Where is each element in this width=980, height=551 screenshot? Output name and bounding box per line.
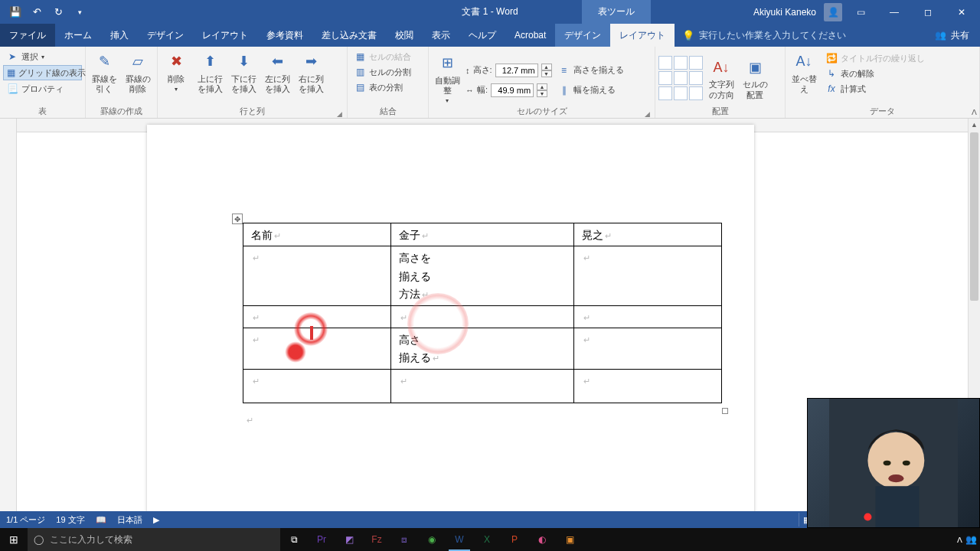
close-button[interactable]: ✕ [946, 0, 977, 24]
start-button[interactable]: ⊞ [0, 528, 28, 551]
text-direction-button[interactable]: A↓文字列の方向 [706, 55, 737, 99]
distribute-cols-button[interactable]: ∥幅を揃える [555, 83, 627, 97]
tab-review[interactable]: 校閲 [386, 24, 423, 47]
maximize-button[interactable]: ◻ [913, 0, 943, 24]
taskbar-app[interactable]: Fz [363, 528, 390, 551]
dialog-launcher-icon[interactable]: ◢ [645, 110, 650, 118]
alignment-grid[interactable] [658, 56, 703, 100]
insert-above-button[interactable]: ⬆上に行を挿入 [194, 50, 225, 94]
svg-point-3 [884, 461, 891, 466]
formula-button[interactable]: fx計算式 [822, 82, 928, 96]
width-input[interactable] [491, 83, 534, 97]
tab-table-layout[interactable]: レイアウト [610, 24, 675, 47]
sort-button[interactable]: A↓並べ替え [789, 50, 819, 94]
tab-help[interactable]: ヘルプ [459, 24, 505, 47]
table-cell[interactable]: ↵ [391, 369, 573, 403]
group-label-data: データ [789, 106, 976, 118]
table-resize-handle[interactable] [722, 408, 728, 414]
share-button[interactable]: 👥 共有 [924, 24, 980, 47]
taskbar-search[interactable]: ◯ ここに入力して検索 [28, 528, 280, 551]
page-indicator[interactable]: 1/1 ページ [6, 514, 45, 526]
table-cell[interactable]: ↵ [573, 369, 721, 403]
table-row: ↵ 高さを 揃える 方法↵ ↵ [243, 246, 722, 305]
scroll-thumb[interactable] [970, 132, 978, 301]
ribbon-options-button[interactable]: ▭ [845, 0, 876, 24]
dialog-launcher-icon[interactable]: ◢ [337, 110, 342, 118]
doc-title: 文書 1 - Word [462, 5, 518, 18]
window-title: 文書 1 - Word [462, 5, 518, 18]
table-cell[interactable]: 高さを 揃える 方法↵ [391, 246, 573, 305]
tab-insert[interactable]: 挿入 [101, 24, 138, 47]
taskbar-word[interactable]: W [446, 528, 473, 551]
select-button[interactable]: ➤選択 ▾ [3, 50, 82, 64]
view-gridlines-button[interactable]: ▦グリッド線の表示 [3, 65, 82, 80]
height-spinner[interactable]: ▲▼ [541, 64, 552, 77]
vertical-ruler[interactable] [0, 119, 17, 524]
split-cells-button[interactable]: ▥セルの分割 [351, 65, 425, 79]
table-cell[interactable]: ↵ [573, 305, 721, 328]
taskbar-excel[interactable]: X [473, 528, 501, 551]
tab-acrobat[interactable]: Acrobat [505, 24, 555, 47]
taskbar-app[interactable]: ◉ [418, 528, 446, 551]
table-cell[interactable]: 晃之↵ [573, 223, 721, 246]
tab-view[interactable]: 表示 [423, 24, 459, 47]
height-input[interactable] [495, 64, 538, 77]
row-height-field[interactable]: ↕ 高さ: ▲▼ [466, 64, 552, 77]
tab-references[interactable]: 参考資料 [257, 24, 312, 47]
insert-right-button[interactable]: ➡右に列を挿入 [296, 50, 326, 94]
webcam-overlay [807, 398, 980, 528]
system-tray[interactable]: ᐱ 👥 [957, 534, 980, 545]
convert-icon: ↳ [825, 67, 838, 80]
convert-to-text-button[interactable]: ↳表の解除 [822, 67, 928, 80]
table-cell[interactable]: 金子↵ [391, 223, 573, 246]
insert-below-button[interactable]: ⬇下に行を挿入 [228, 50, 259, 94]
macro-icon[interactable]: ▶ [153, 515, 159, 525]
page[interactable]: ✥ 名前↵ 金子↵ 晃之↵ ↵ 高さを 揃える 方法↵ ↵ ↵ ↵ ↵ ↵ 高さ… [147, 125, 754, 524]
col-width-field[interactable]: ↔ 幅: ▲▼ [466, 83, 552, 97]
table-cell[interactable]: ↵ [243, 246, 391, 305]
distribute-rows-button[interactable]: ≡高さを揃える [555, 64, 627, 77]
taskbar-app[interactable]: ◐ [528, 528, 556, 551]
split-table-button[interactable]: ▤表の分割 [351, 80, 425, 94]
taskbar-app[interactable]: ◩ [335, 528, 363, 551]
spellcheck-icon[interactable]: 📖 [96, 515, 106, 525]
people-icon[interactable]: 👥 [965, 534, 977, 545]
taskbar-app[interactable]: Pr [308, 528, 335, 551]
table-cell[interactable]: ↵ [573, 246, 721, 305]
width-spinner[interactable]: ▲▼ [537, 83, 547, 97]
word-count[interactable]: 19 文字 [56, 514, 84, 526]
tab-table-design[interactable]: デザイン [555, 24, 610, 47]
collapse-ribbon-button[interactable]: ᐱ [972, 108, 977, 116]
tell-me-search[interactable]: 💡 実行したい作業を入力してください [675, 24, 854, 47]
table-cell[interactable]: ↵ [243, 369, 391, 403]
tab-mailings[interactable]: 差し込み文書 [312, 24, 386, 47]
scroll-up-button[interactable]: ▲ [969, 119, 980, 131]
tab-layout[interactable]: レイアウト [193, 24, 257, 47]
save-button[interactable]: 💾 [5, 2, 26, 23]
undo-button[interactable]: ↶ [26, 2, 47, 23]
task-view-button[interactable]: ⧉ [280, 528, 308, 551]
tab-design[interactable]: デザイン [138, 24, 193, 47]
language-indicator[interactable]: 日本語 [117, 514, 142, 526]
cell-margins-button[interactable]: ▣セルの配置 [740, 55, 770, 99]
table-cell[interactable]: 名前↵ [243, 223, 391, 246]
insert-left-button[interactable]: ⬅左に列を挿入 [262, 50, 292, 94]
minimize-button[interactable]: — [879, 0, 910, 24]
redo-button[interactable]: ↻ [47, 2, 69, 23]
tray-chevron-icon[interactable]: ᐱ [957, 536, 962, 544]
eraser-button[interactable]: ▱罫線の削除 [122, 50, 153, 94]
tab-file[interactable]: ファイル [0, 24, 55, 47]
tab-home[interactable]: ホーム [55, 24, 101, 47]
table-cell[interactable]: ↵ [573, 328, 721, 369]
taskbar-app[interactable]: ⧈ [390, 528, 418, 551]
table-move-handle[interactable]: ✥ [232, 214, 243, 224]
user-name[interactable]: Akiyuki Kaneko [753, 7, 816, 18]
taskbar-app[interactable]: ▣ [556, 528, 583, 551]
properties-button[interactable]: 📃プロパティ [3, 82, 82, 96]
delete-button[interactable]: ✖削除▾ [161, 50, 191, 93]
autofit-button[interactable]: ⊞自動調整▾ [432, 51, 462, 105]
draw-table-button[interactable]: ✎罫線を引く [89, 50, 119, 94]
user-avatar[interactable]: 👤 [824, 3, 842, 21]
qat-customize[interactable]: ▾ [69, 2, 90, 23]
taskbar-powerpoint[interactable]: P [501, 528, 528, 551]
